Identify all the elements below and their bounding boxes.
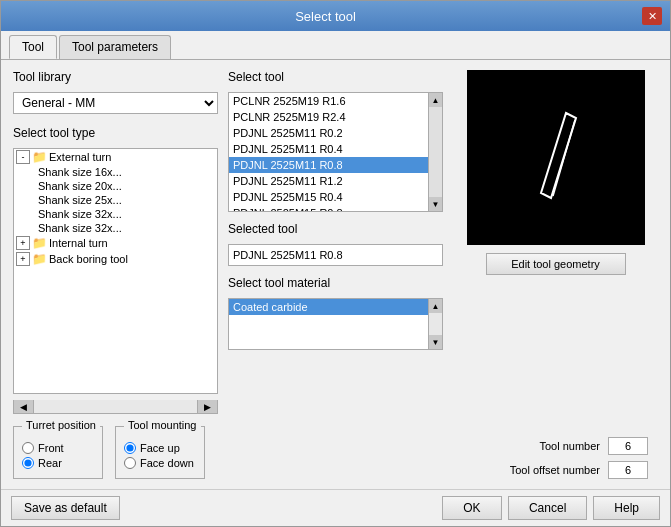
- svg-line-1: [553, 120, 575, 196]
- tool-list-item-3[interactable]: PDJNL 2525M11 R0.4: [229, 141, 428, 157]
- mounting-face-down-radio[interactable]: [124, 457, 136, 469]
- collapse-icon[interactable]: -: [16, 150, 30, 164]
- tool-scroll-down[interactable]: ▼: [429, 197, 442, 211]
- turret-front-label: Front: [38, 442, 64, 454]
- select-tool-material-label: Select tool material: [228, 276, 443, 290]
- folder-icon-internal: 📁: [32, 236, 47, 250]
- svg-marker-0: [541, 113, 576, 198]
- tool-preview-svg: [516, 98, 596, 218]
- tool-number-label: Tool number: [480, 440, 600, 452]
- number-fields: Tool number Tool offset number: [480, 437, 648, 479]
- folder-icon-external: 📁: [32, 150, 47, 164]
- expand-icon-internal[interactable]: +: [16, 236, 30, 250]
- tool-list-item-6[interactable]: PDJNL 2525M15 R0.4: [229, 189, 428, 205]
- turret-rear-row: Rear: [22, 457, 94, 469]
- material-item-0[interactable]: Coated carbide: [229, 299, 428, 315]
- tree-item-internal-turn[interactable]: + 📁 Internal turn: [14, 235, 217, 251]
- select-tool-label: Select tool: [228, 70, 443, 84]
- tree-label: Internal turn: [49, 237, 108, 249]
- tree-label: Shank size 32x...: [38, 208, 122, 220]
- tree-scroll-right[interactable]: ▶: [197, 400, 217, 413]
- tab-tool-parameters[interactable]: Tool parameters: [59, 35, 171, 59]
- tool-library-dropdown[interactable]: General - MM General - Inch: [13, 92, 218, 114]
- right-panel: Edit tool geometry: [453, 70, 658, 414]
- tree-hscroll-track: [34, 400, 197, 413]
- middle-panel: Select tool PCLNR 2525M19 R1.6 PCLNR 252…: [228, 70, 443, 414]
- tree-label: Shank size 16x...: [38, 166, 122, 178]
- bottom-row: Turret position Front Rear Tool mounting…: [13, 426, 658, 479]
- turret-position-legend: Turret position: [22, 419, 100, 431]
- tab-bar: Tool Tool parameters: [1, 31, 670, 60]
- main-row: Tool library General - MM General - Inch…: [13, 70, 658, 414]
- selected-tool-label: Selected tool: [228, 222, 443, 236]
- mounting-face-up-label: Face up: [140, 442, 180, 454]
- tree-label: Shank size 25x...: [38, 194, 122, 206]
- tree-label: Shank size 32x...: [38, 222, 122, 234]
- close-button[interactable]: ✕: [642, 7, 662, 25]
- tool-mounting-legend: Tool mounting: [124, 419, 201, 431]
- tool-list-item-4[interactable]: PDJNL 2525M11 R0.8: [229, 157, 428, 173]
- turret-position-group: Turret position Front Rear: [13, 426, 103, 479]
- turret-rear-radio[interactable]: [22, 457, 34, 469]
- tool-list-item-1[interactable]: PCLNR 2525M19 R2.4: [229, 109, 428, 125]
- tool-library-label: Tool library: [13, 70, 218, 84]
- dialog-title: Select tool: [9, 9, 642, 24]
- tool-list[interactable]: PCLNR 2525M19 R1.6 PCLNR 2525M19 R2.4 PD…: [229, 93, 428, 211]
- tool-scroll-up[interactable]: ▲: [429, 93, 442, 107]
- tree-item-external-turn[interactable]: - 📁 External turn: [14, 149, 217, 165]
- tool-offset-number-row: Tool offset number: [480, 461, 648, 479]
- cancel-button[interactable]: Cancel: [508, 496, 587, 520]
- mounting-face-down-label: Face down: [140, 457, 194, 469]
- mat-scroll-up[interactable]: ▲: [429, 299, 442, 313]
- tree-label: External turn: [49, 151, 111, 163]
- save-default-button[interactable]: Save as default: [11, 496, 120, 520]
- folder-icon-back-boring: 📁: [32, 252, 47, 266]
- tab-tool[interactable]: Tool: [9, 35, 57, 59]
- action-buttons: Save as default OK Cancel Help: [1, 489, 670, 526]
- tool-type-tree[interactable]: - 📁 External turn Shank size 16x... Shan…: [13, 148, 218, 394]
- title-bar: Select tool ✕: [1, 1, 670, 31]
- turret-rear-label: Rear: [38, 457, 62, 469]
- tool-list-item-0[interactable]: PCLNR 2525M19 R1.6: [229, 93, 428, 109]
- tree-item-shank32b[interactable]: Shank size 32x...: [14, 221, 217, 235]
- mat-vscroll-track: [429, 313, 442, 335]
- edit-geometry-button[interactable]: Edit tool geometry: [486, 253, 626, 275]
- tree-item-shank32a[interactable]: Shank size 32x...: [14, 207, 217, 221]
- tree-item-shank25[interactable]: Shank size 25x...: [14, 193, 217, 207]
- tool-list-item-5[interactable]: PDJNL 2525M11 R1.2: [229, 173, 428, 189]
- mounting-face-up-row: Face up: [124, 442, 196, 454]
- help-button[interactable]: Help: [593, 496, 660, 520]
- mounting-face-up-radio[interactable]: [124, 442, 136, 454]
- material-list[interactable]: Coated carbide: [229, 299, 428, 349]
- tool-mounting-group: Tool mounting Face up Face down: [115, 426, 205, 479]
- mounting-face-down-row: Face down: [124, 457, 196, 469]
- expand-icon-back-boring[interactable]: +: [16, 252, 30, 266]
- tool-vscroll-track: [429, 107, 442, 197]
- ok-button[interactable]: OK: [442, 496, 502, 520]
- left-panel: Tool library General - MM General - Inch…: [13, 70, 218, 414]
- tool-offset-number-label: Tool offset number: [480, 464, 600, 476]
- turret-front-row: Front: [22, 442, 94, 454]
- tool-list-item-2[interactable]: PDJNL 2525M11 R0.2: [229, 125, 428, 141]
- tool-preview-canvas: [467, 70, 645, 245]
- tool-number-row: Tool number: [480, 437, 648, 455]
- tree-label: Shank size 20x...: [38, 180, 122, 192]
- tool-number-input[interactable]: [608, 437, 648, 455]
- select-tool-type-label: Select tool type: [13, 126, 218, 140]
- tree-item-shank20[interactable]: Shank size 20x...: [14, 179, 217, 193]
- tree-item-shank16[interactable]: Shank size 16x...: [14, 165, 217, 179]
- tree-label: Back boring tool: [49, 253, 128, 265]
- main-content: Tool library General - MM General - Inch…: [1, 60, 670, 489]
- tree-scroll-left[interactable]: ◀: [14, 400, 34, 413]
- turret-front-radio[interactable]: [22, 442, 34, 454]
- tool-list-item-7[interactable]: PDJNL 2525M15 R0.8: [229, 205, 428, 211]
- tool-list-wrapper: PCLNR 2525M19 R1.6 PCLNR 2525M19 R2.4 PD…: [228, 92, 443, 212]
- dialog: Select tool ✕ Tool Tool parameters Tool …: [0, 0, 671, 527]
- mat-scroll-down[interactable]: ▼: [429, 335, 442, 349]
- tree-item-back-boring[interactable]: + 📁 Back boring tool: [14, 251, 217, 267]
- material-list-wrapper: Coated carbide ▲ ▼: [228, 298, 443, 350]
- selected-tool-input[interactable]: [228, 244, 443, 266]
- tool-offset-number-input[interactable]: [608, 461, 648, 479]
